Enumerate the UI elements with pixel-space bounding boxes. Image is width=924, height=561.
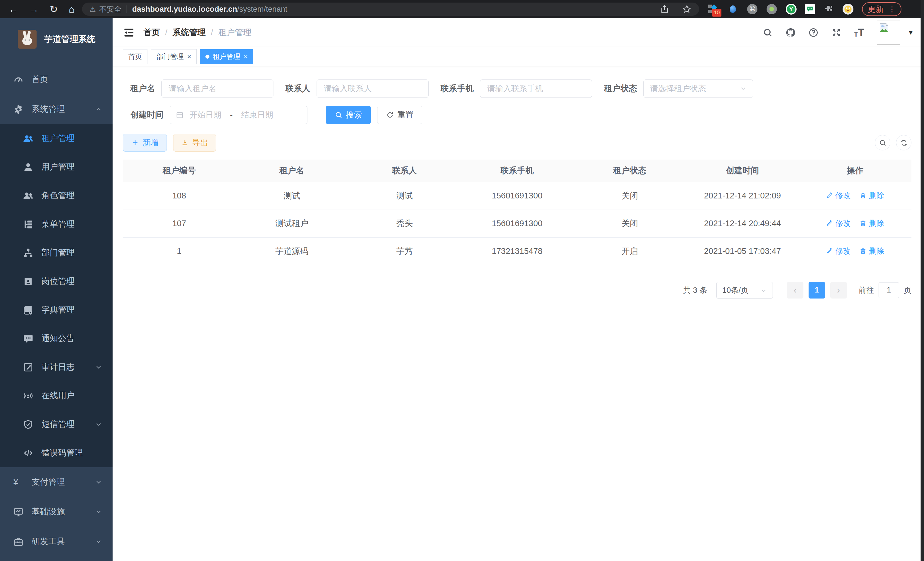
page-1-button[interactable]: 1 <box>808 282 825 299</box>
page-size-select[interactable]: 10条/页 <box>716 282 773 299</box>
tenant-name-input[interactable] <box>161 80 273 98</box>
contact-label: 联系人 <box>285 83 310 94</box>
breadcrumb: 首页 / 系统管理 / 租户管理 <box>143 27 251 38</box>
sidebar-item-错误码管理[interactable]: 错误码管理 <box>0 439 112 467</box>
table-row: 108测试测试15601691300关闭2021-12-14 21:02:09修… <box>123 182 911 210</box>
extension-5-icon[interactable]: Y <box>785 3 797 15</box>
logo[interactable]: 芋道管理系统 <box>0 18 112 57</box>
sidebar-item-角色管理[interactable]: 角色管理 <box>0 181 112 210</box>
announcement-icon <box>23 333 33 344</box>
forward-icon[interactable]: → <box>29 4 39 14</box>
reset-button[interactable]: 重置 <box>377 106 422 124</box>
search-button[interactable]: 搜索 <box>326 106 371 124</box>
breadcrumb-system[interactable]: 系统管理 <box>172 27 206 38</box>
extension-2-icon[interactable] <box>727 3 739 15</box>
column-header-租户编号: 租户编号 <box>123 159 236 182</box>
extension-8-icon[interactable] <box>843 4 854 15</box>
delete-link[interactable]: 删除 <box>860 190 884 201</box>
table-row: 1芋道源码芋艿17321315478开启2021-01-05 17:03:47修… <box>123 237 911 265</box>
chevron-down-icon <box>740 85 747 92</box>
sidebar-item-部门管理[interactable]: 部门管理 <box>0 238 112 267</box>
tab-部门管理[interactable]: 部门管理× <box>151 49 196 64</box>
page-unit: 页 <box>904 285 911 295</box>
pagination: 共 3 条 10条/页 ‹ 1 › 前往 页 <box>123 282 911 299</box>
edit-link[interactable]: 修改 <box>826 190 851 201</box>
bookmark-star-icon[interactable] <box>682 4 692 14</box>
update-label: 更新 <box>868 4 884 15</box>
next-page-button[interactable]: › <box>830 282 847 299</box>
url-path: /system/tenant <box>237 5 287 14</box>
edit-link[interactable]: 修改 <box>826 246 851 256</box>
sidebar-item-菜单管理[interactable]: 菜单管理 <box>0 210 112 238</box>
search-icon <box>334 111 343 119</box>
fullscreen-icon[interactable] <box>831 27 842 38</box>
sidebar-item-首页[interactable]: 首页 <box>0 65 112 94</box>
chevron-down-icon <box>95 363 102 371</box>
status-select[interactable]: 请选择租户状态 <box>644 80 753 98</box>
sidebar-menu: 首页系统管理租户管理用户管理角色管理菜单管理部门管理岗位管理字典管理通知公告审计… <box>0 65 112 556</box>
dashboard-gauge-icon <box>13 74 24 85</box>
reload-icon[interactable]: ↻ <box>50 4 58 14</box>
prev-page-button[interactable]: ‹ <box>787 282 803 299</box>
url-bar[interactable]: ⚠ 不安全 dashboard.yudao.iocoder.cn /system… <box>82 3 699 16</box>
download-icon <box>181 139 189 147</box>
share-icon[interactable] <box>660 4 669 14</box>
close-icon[interactable]: × <box>244 53 248 60</box>
breadcrumb-home[interactable]: 首页 <box>143 27 160 38</box>
sidebar-item-岗位管理[interactable]: 岗位管理 <box>0 267 112 296</box>
tab-首页[interactable]: 首页 <box>123 49 147 64</box>
extension-3-icon[interactable]: ⌘ <box>747 3 758 15</box>
sidebar-item-系统管理[interactable]: 系统管理 <box>0 94 112 124</box>
goto-label: 前往 <box>859 285 874 295</box>
column-header-联系手机: 联系手机 <box>461 159 573 182</box>
avatar[interactable] <box>877 21 900 45</box>
date-range-picker[interactable]: 开始日期 - 结束日期 <box>170 106 308 124</box>
edit-link[interactable]: 修改 <box>826 218 851 229</box>
add-button[interactable]: 新增 <box>123 134 167 152</box>
github-icon[interactable] <box>785 27 796 38</box>
search-icon[interactable] <box>763 27 773 38</box>
caret-down-icon[interactable]: ▾ <box>909 28 913 37</box>
sms-shield-icon <box>23 419 33 430</box>
sidebar-toggle-icon[interactable] <box>123 27 135 39</box>
close-icon[interactable]: × <box>187 53 191 60</box>
sidebar-item-租户管理[interactable]: 租户管理 <box>0 124 112 153</box>
extension-1-icon[interactable]: 10 <box>708 3 719 15</box>
home-icon[interactable]: ⌂ <box>69 4 75 14</box>
sidebar-item-字典管理[interactable]: 字典管理 <box>0 296 112 324</box>
delete-link[interactable]: 删除 <box>860 218 884 229</box>
total-count: 共 3 条 <box>683 285 707 295</box>
font-size-icon[interactable]: TT <box>854 27 864 38</box>
security-label: 不安全 <box>99 4 122 14</box>
export-button[interactable]: 导出 <box>173 134 216 152</box>
extension-4-icon[interactable] <box>766 3 777 15</box>
sidebar-item-通知公告[interactable]: 通知公告 <box>0 324 112 353</box>
goto-page-input[interactable] <box>879 282 899 298</box>
page-content: 租户名 联系人 联系手机 租户状态 请选择租户状态 <box>112 66 924 561</box>
back-icon[interactable]: ← <box>9 4 18 14</box>
delete-link[interactable]: 删除 <box>860 246 884 256</box>
chevron-down-icon <box>95 508 102 516</box>
update-button[interactable]: 更新 ⋮ <box>862 2 902 16</box>
yen-icon: ¥ <box>13 477 24 487</box>
sidebar-item-用户管理[interactable]: 用户管理 <box>0 153 112 181</box>
column-header-创建时间: 创建时间 <box>686 159 799 182</box>
mobile-input[interactable] <box>480 80 592 98</box>
sidebar-item-审计日志[interactable]: 审计日志 <box>0 353 112 381</box>
help-icon[interactable] <box>808 27 819 38</box>
refresh-table-button[interactable] <box>896 135 911 150</box>
extension-6-icon[interactable] <box>805 4 815 14</box>
tab-租户管理[interactable]: 租户管理× <box>200 49 253 64</box>
contact-input[interactable] <box>316 80 429 98</box>
sidebar-item-短信管理[interactable]: 短信管理 <box>0 410 112 439</box>
tenant-name-label: 租户名 <box>130 83 155 94</box>
window-edge <box>921 0 924 561</box>
sidebar-item-基础设施[interactable]: 基础设施 <box>0 497 112 527</box>
sidebar-item-研发工具[interactable]: 研发工具 <box>0 527 112 556</box>
show-search-button[interactable] <box>875 135 890 150</box>
chevron-down-icon <box>95 421 102 428</box>
sidebar-item-在线用户[interactable]: 在线用户 <box>0 381 112 410</box>
sidebar-item-支付管理[interactable]: ¥支付管理 <box>0 467 112 497</box>
kebab-menu-icon[interactable]: ⋮ <box>888 5 896 14</box>
extension-7-icon[interactable] <box>823 3 835 15</box>
